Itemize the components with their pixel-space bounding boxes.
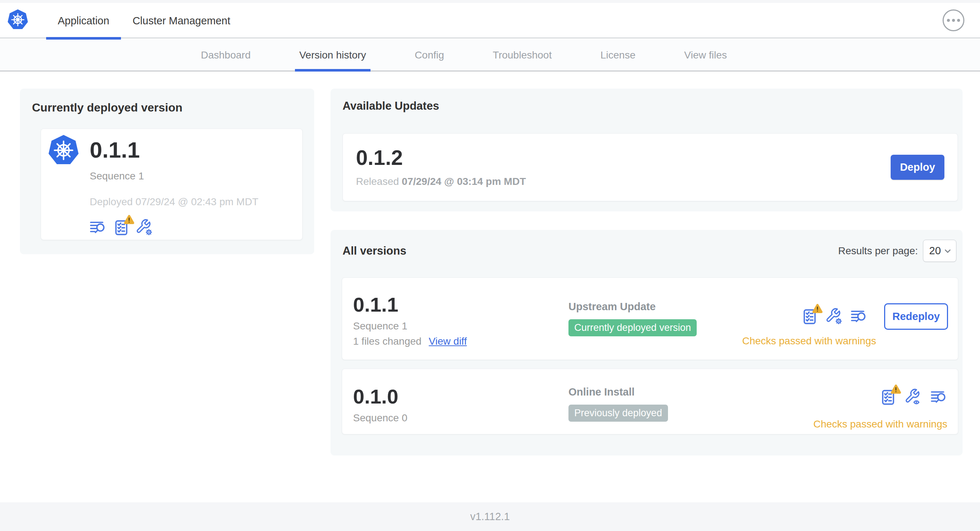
- currently-deployed-card: Currently deployed version 0.1.1 Sequenc…: [20, 89, 314, 254]
- deploy-button[interactable]: Deploy: [891, 155, 944, 180]
- tab-version-history[interactable]: Version history: [295, 40, 371, 70]
- update-info: 0.1.2 Released 07/29/24 @ 03:14 pm MDT: [356, 147, 526, 188]
- tab-view-files[interactable]: View files: [679, 40, 731, 70]
- tab-troubleshoot[interactable]: Troubleshoot: [488, 40, 556, 70]
- current-version-actions: [90, 219, 258, 236]
- results-per-page: Results per page: 20: [838, 240, 956, 262]
- app-footer: v1.112.1: [0, 502, 980, 531]
- preflight-checks-icon[interactable]: [113, 219, 130, 236]
- version-row-source: Upstream Update Currently deployed versi…: [568, 278, 697, 336]
- results-per-page-value: 20: [929, 245, 941, 257]
- tab-cluster-management[interactable]: Cluster Management: [121, 3, 242, 38]
- kubernetes-logo-icon: [6, 8, 29, 30]
- available-update-row: 0.1.2 Released 07/29/24 @ 03:14 pm MDT D…: [342, 133, 958, 201]
- tab-license[interactable]: License: [596, 40, 640, 70]
- more-options-button[interactable]: [943, 10, 964, 31]
- currently-deployed-title: Currently deployed version: [32, 101, 182, 114]
- redeploy-button[interactable]: Redeploy: [884, 303, 948, 330]
- all-versions-title: All versions: [342, 245, 406, 258]
- status-badge: Currently deployed version: [568, 319, 697, 336]
- warning-triangle-icon: [123, 214, 135, 225]
- view-config-icon[interactable]: [905, 389, 922, 406]
- status-badge: Previously deployed: [568, 405, 668, 422]
- available-updates-title: Available Updates: [342, 100, 439, 113]
- deploy-logs-icon[interactable]: [90, 219, 107, 236]
- subnav-tabs: Dashboard Version history Config Trouble…: [197, 40, 731, 70]
- preflight-status-text: Checks passed with warnings: [813, 418, 947, 430]
- top-strip: [0, 0, 980, 3]
- tab-application[interactable]: Application: [46, 3, 121, 38]
- tab-dashboard[interactable]: Dashboard: [197, 40, 255, 70]
- app-header: Application Cluster Management: [0, 3, 980, 38]
- tab-config[interactable]: Config: [410, 40, 449, 70]
- deploy-logs-icon[interactable]: [851, 308, 867, 325]
- edit-config-icon[interactable]: [136, 219, 153, 236]
- available-updates-card: Available Updates 0.1.2 Released 07/29/2…: [331, 89, 963, 211]
- all-versions-card: All versions Results per page: 20 0.1.1 …: [331, 230, 963, 455]
- preflight-checks-icon[interactable]: [801, 308, 818, 325]
- version-row-actions: Redeploy: [801, 303, 948, 330]
- console-version-label: v1.112.1: [470, 511, 510, 523]
- warning-triangle-icon: [811, 303, 823, 314]
- results-per-page-select[interactable]: 20: [923, 240, 956, 262]
- current-sequence-label: Sequence 1: [90, 170, 258, 182]
- results-per-page-label: Results per page:: [838, 245, 918, 257]
- update-version-label: 0.1.2: [356, 147, 526, 168]
- app-root: Application Cluster Management Dashboard…: [0, 0, 980, 531]
- preflight-status-text: Checks passed with warnings: [742, 335, 876, 347]
- version-row-0-1-0: 0.1.0 Sequence 0 Online Install Previous…: [342, 369, 958, 434]
- preflight-checks-icon[interactable]: [880, 389, 896, 406]
- version-row-actions: [880, 389, 947, 406]
- deploy-logs-icon[interactable]: [931, 389, 947, 406]
- source-label: Online Install: [568, 386, 668, 398]
- update-released-timestamp: Released 07/29/24 @ 03:14 pm MDT: [356, 176, 526, 188]
- ellipsis-icon: [947, 19, 950, 22]
- view-diff-link[interactable]: View diff: [429, 335, 467, 347]
- source-label: Upstream Update: [568, 301, 697, 313]
- chevron-down-icon: [943, 246, 952, 256]
- current-deployed-timestamp: Deployed 07/29/24 @ 02:43 pm MDT: [90, 196, 258, 208]
- header-tabs: Application Cluster Management: [46, 3, 242, 38]
- current-version-label: 0.1.1: [90, 139, 258, 161]
- version-row-0-1-1: 0.1.1 Sequence 1 1 files changed View di…: [342, 278, 958, 360]
- edit-config-icon[interactable]: [826, 308, 843, 325]
- app-logo-icon: [47, 133, 80, 166]
- currently-deployed-inner-card: 0.1.1 Sequence 1 Deployed 07/29/24 @ 02:…: [41, 129, 302, 240]
- app-subnav: Dashboard Version history Config Trouble…: [0, 40, 980, 72]
- currently-deployed-details: 0.1.1 Sequence 1 Deployed 07/29/24 @ 02:…: [90, 129, 258, 240]
- all-versions-header: All versions Results per page: 20: [331, 230, 963, 262]
- warning-triangle-icon: [890, 384, 902, 395]
- version-row-source: Online Install Previously deployed: [568, 369, 668, 422]
